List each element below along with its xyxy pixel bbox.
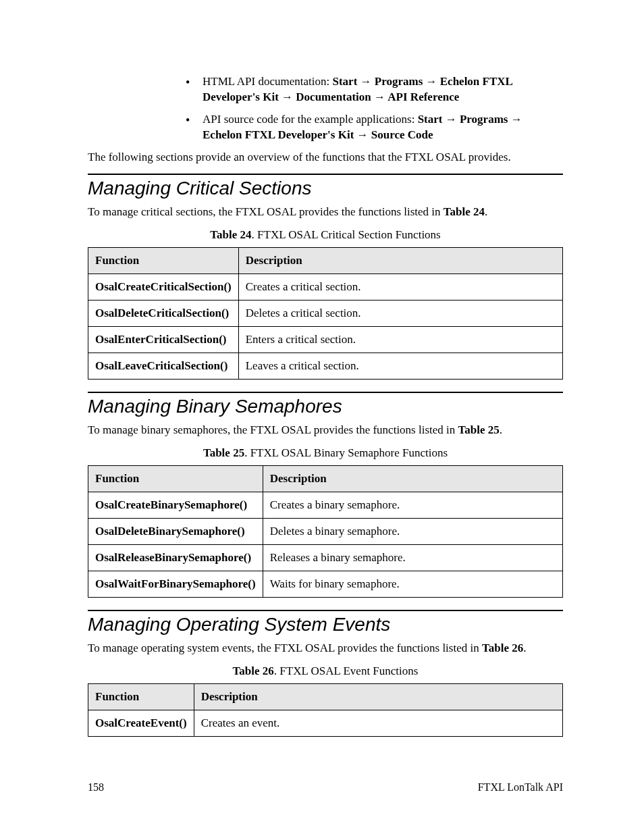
intro-bullets: HTML API documentation: Start → Programs… [88, 74, 563, 143]
fn-name: OsalCreateBinarySemaphore() [88, 492, 263, 518]
table-row: OsalWaitForBinarySemaphore()Waits for bi… [88, 571, 563, 597]
caption-rest: . FTXL OSAL Binary Semaphore Functions [244, 446, 448, 459]
table-row: OsalEnterCriticalSection()Enters a criti… [88, 326, 563, 353]
fn-desc: Waits for binary semaphore. [263, 571, 562, 597]
intro-ref: Table 26 [482, 642, 523, 654]
section-rule [88, 610, 563, 611]
table-header-row: Function Description [88, 465, 563, 492]
caption-label: Table 26 [233, 664, 274, 677]
table-row: OsalDeleteBinarySemaphore()Deletes a bin… [88, 518, 563, 544]
fn-name: OsalEnterCriticalSection() [88, 326, 239, 353]
intro-pre: To manage binary semaphores, the FTXL OS… [88, 423, 458, 436]
intro-ref: Table 24 [444, 205, 485, 218]
section-heading: Managing Binary Semaphores [88, 396, 563, 417]
fn-desc: Releases a binary semaphore. [263, 544, 562, 571]
table-header-row: Function Description [88, 247, 563, 273]
caption-label: Table 24 [210, 228, 251, 241]
bullet-item: HTML API documentation: Start → Programs… [203, 74, 563, 105]
caption-label: Table 25 [203, 446, 244, 459]
overview-paragraph: The following sections provide an overvi… [88, 150, 563, 165]
section-rule [88, 174, 563, 175]
fn-name: OsalDeleteBinarySemaphore() [88, 518, 263, 544]
section-intro: To manage critical sections, the FTXL OS… [88, 205, 563, 220]
intro-post: . [500, 423, 502, 436]
table-header-row: Function Description [88, 683, 563, 710]
fn-desc: Creates an event. [194, 710, 562, 736]
section-rule [88, 392, 563, 393]
table-row: OsalDeleteCriticalSection()Deletes a cri… [88, 300, 563, 326]
caption-rest: . FTXL OSAL Critical Section Functions [252, 228, 441, 241]
page-footer: 158 FTXL LonTalk API [88, 781, 563, 793]
fn-name: OsalReleaseBinarySemaphore() [88, 544, 263, 571]
table-row: OsalCreateBinarySemaphore()Creates a bin… [88, 492, 563, 518]
table-caption: Table 25. FTXL OSAL Binary Semaphore Fun… [88, 446, 563, 460]
critical-section-table: Function Description OsalCreateCriticalS… [88, 247, 563, 380]
col-function: Function [88, 465, 263, 492]
fn-desc: Leaves a critical section. [238, 353, 562, 379]
footer-title: FTXL LonTalk API [478, 781, 563, 793]
table-caption: Table 26. FTXL OSAL Event Functions [88, 664, 563, 678]
fn-name: OsalCreateEvent() [88, 710, 194, 736]
table-row: OsalReleaseBinarySemaphore()Releases a b… [88, 544, 563, 571]
section-heading: Managing Critical Sections [88, 178, 563, 199]
fn-name: OsalWaitForBinarySemaphore() [88, 571, 263, 597]
fn-desc: Deletes a binary semaphore. [263, 518, 562, 544]
intro-pre: To manage operating system events, the F… [88, 642, 482, 654]
page: HTML API documentation: Start → Programs… [0, 0, 644, 834]
fn-desc: Creates a critical section. [238, 273, 562, 300]
table-row: OsalCreateCriticalSection()Creates a cri… [88, 273, 563, 300]
bullet-lead: HTML API documentation: [203, 75, 333, 88]
caption-rest: . FTXL OSAL Event Functions [274, 664, 419, 677]
table-caption: Table 24. FTXL OSAL Critical Section Fun… [88, 228, 563, 242]
section-intro: To manage operating system events, the F… [88, 641, 563, 656]
bullet-item: API source code for the example applicat… [203, 112, 563, 143]
col-description: Description [194, 683, 562, 710]
table-row: OsalLeaveCriticalSection()Leaves a criti… [88, 353, 563, 379]
intro-pre: To manage critical sections, the FTXL OS… [88, 205, 444, 218]
intro-post: . [523, 642, 526, 654]
intro-post: . [485, 205, 487, 218]
col-function: Function [88, 683, 194, 710]
table-row: OsalCreateEvent()Creates an event. [88, 710, 563, 736]
fn-name: OsalDeleteCriticalSection() [88, 300, 239, 326]
binary-semaphore-table: Function Description OsalCreateBinarySem… [88, 465, 563, 598]
col-function: Function [88, 247, 239, 273]
fn-desc: Enters a critical section. [238, 326, 562, 353]
fn-desc: Deletes a critical section. [238, 300, 562, 326]
section-heading: Managing Operating System Events [88, 614, 563, 635]
fn-name: OsalCreateCriticalSection() [88, 273, 239, 300]
fn-name: OsalLeaveCriticalSection() [88, 353, 239, 379]
page-number: 158 [88, 781, 104, 793]
fn-desc: Creates a binary semaphore. [263, 492, 562, 518]
section-intro: To manage binary semaphores, the FTXL OS… [88, 423, 563, 438]
event-table: Function Description OsalCreateEvent()Cr… [88, 683, 563, 737]
col-description: Description [238, 247, 562, 273]
col-description: Description [263, 465, 562, 492]
intro-ref: Table 25 [458, 423, 500, 436]
bullet-lead: API source code for the example applicat… [203, 113, 418, 126]
